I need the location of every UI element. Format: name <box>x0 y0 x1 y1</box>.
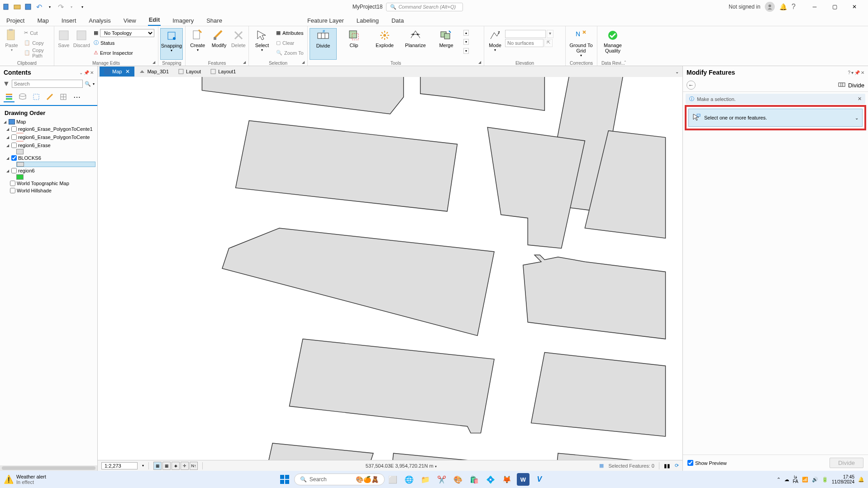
list-by-editing-icon[interactable] <box>44 91 55 102</box>
select-features-dropdown[interactable]: Select one or more features. ⌄ <box>688 109 863 127</box>
toc-map-root[interactable]: ◢ Map <box>2 118 95 125</box>
tab-labeling[interactable]: Labeling <box>356 15 380 26</box>
tab-imagery[interactable]: Imagery <box>172 15 195 26</box>
list-by-snapping-icon[interactable] <box>58 91 69 102</box>
error-inspector-button[interactable]: ⚠Error Inspector <box>92 48 156 57</box>
tab-data[interactable]: Data <box>391 15 405 26</box>
refresh-icon[interactable]: ⟳ <box>675 463 679 469</box>
app-icon[interactable]: V <box>533 473 546 486</box>
search-dropdown-icon[interactable]: ▾ <box>93 82 95 86</box>
expand-icon[interactable]: ◢ <box>4 120 7 124</box>
paste-button[interactable]: Paste ▾ <box>2 28 21 60</box>
edge-icon[interactable]: 🌐 <box>403 473 415 486</box>
back-button[interactable]: ← <box>687 81 696 90</box>
avatar[interactable] <box>765 2 775 12</box>
list-by-source-icon[interactable] <box>17 91 28 102</box>
elevation-mode-button[interactable]: z Mode ▾ <box>486 28 504 60</box>
taskbar-search[interactable]: 🔍 Search 🎨🍊🧸 <box>294 474 385 485</box>
snip-icon[interactable]: ✂️ <box>435 473 448 486</box>
view-tab-layout[interactable]: Layout <box>173 67 205 77</box>
constraint-icon-4[interactable]: ✛ <box>181 462 189 470</box>
notifications-icon[interactable]: 🔔 <box>779 3 787 10</box>
toc-layer[interactable]: ◢region6_Erase_PolygonToCente <box>2 134 95 141</box>
pause-drawing-icon[interactable]: ▮▮ <box>664 463 670 469</box>
cut-button[interactable]: ✂Cut <box>22 28 52 38</box>
list-by-drawing-icon[interactable] <box>4 91 14 102</box>
tab-edit[interactable]: Edit <box>148 14 161 26</box>
contents-menu-icon[interactable]: ⌄ <box>79 70 83 75</box>
modify-button[interactable]: Modify <box>209 28 229 60</box>
manage-quality-button[interactable]: Manage Quality <box>599 28 626 60</box>
paint-icon[interactable]: 🎨 <box>452 473 464 486</box>
toc-layer[interactable]: World Hillshade <box>2 187 95 194</box>
tab-project[interactable]: Project <box>5 15 25 26</box>
notifications-tray-icon[interactable]: 🔔 <box>858 477 864 483</box>
task-view-icon[interactable]: ⬜ <box>386 473 399 486</box>
tab-share[interactable]: Share <box>205 15 223 26</box>
view-tab-map3d[interactable]: Map_3D1 <box>134 67 173 77</box>
topology-dropdown[interactable]: ▦No Topology <box>92 28 156 38</box>
undo-icon[interactable]: ↶ <box>34 2 43 11</box>
merge-tool-button[interactable]: Merge <box>433 28 460 60</box>
layer-checkbox[interactable] <box>10 188 15 193</box>
volume-icon[interactable]: 🔊 <box>812 477 818 483</box>
toc-layer[interactable]: ◢region6_Erase_PolygonToCente1 <box>2 125 95 133</box>
redo-icon[interactable]: ↷ <box>56 2 65 11</box>
create-button[interactable]: Create ▾ <box>187 28 208 60</box>
elevation-get-z-button[interactable]: ⇱ <box>544 39 553 47</box>
battery-icon[interactable]: 🔋 <box>822 477 828 483</box>
minimize-button[interactable]: ─ <box>805 0 825 14</box>
clear-button[interactable]: ▢Clear <box>274 38 305 48</box>
map-canvas[interactable] <box>98 77 682 460</box>
elevation-surface-input[interactable] <box>505 39 544 47</box>
save-edits-button[interactable]: Save <box>56 28 72 60</box>
search-go-icon[interactable]: 🔍 <box>85 81 91 87</box>
contents-scrollbar[interactable] <box>2 466 95 470</box>
manage-edits-launcher[interactable]: ◢ <box>153 60 157 65</box>
signin-status[interactable]: Not signed in <box>729 4 760 10</box>
zoom-to-button[interactable]: 🔍Zoom To <box>274 48 305 57</box>
ribbon-collapse[interactable]: ⌃ <box>624 60 628 65</box>
contents-search-input[interactable] <box>12 80 83 88</box>
save-project-icon[interactable] <box>24 2 33 11</box>
constraint-icon-3[interactable]: ◈ <box>172 462 180 470</box>
undo-dropdown-icon[interactable]: ▾ <box>45 2 54 11</box>
delete-button[interactable]: Delete <box>230 28 247 60</box>
ground-to-grid-button[interactable]: N Ground To Grid ▾ <box>568 28 595 60</box>
qat-customize-icon[interactable]: ▾ <box>78 2 87 11</box>
layer-checkbox[interactable] <box>11 126 17 132</box>
layer-checkbox[interactable] <box>10 181 15 186</box>
tab-map[interactable]: Map <box>36 15 49 26</box>
tools-gallery-expand[interactable]: ▾ <box>463 48 469 54</box>
elevation-value-input[interactable] <box>505 30 546 38</box>
tools-launcher[interactable]: ◢ <box>478 60 483 65</box>
attributes-button[interactable]: ▦Attributes <box>274 28 305 38</box>
explorer-icon[interactable]: 📁 <box>419 473 432 486</box>
close-tab-icon[interactable]: ✕ <box>125 68 130 75</box>
modify-help-icon[interactable]: ? <box>848 70 850 75</box>
show-preview-checkbox[interactable]: Show Preview <box>687 460 727 466</box>
weather-widget[interactable]: ⚠️ Weather alert In effect <box>4 474 46 485</box>
start-button[interactable] <box>277 472 292 487</box>
copy-button[interactable]: 📋Copy <box>22 38 52 48</box>
tools-scroll-down[interactable]: ▾ <box>463 39 469 45</box>
scale-dropdown-icon[interactable]: ▾ <box>142 464 144 468</box>
clock[interactable]: 17:45 11/28/2024 <box>832 474 854 484</box>
redo-dropdown-icon[interactable]: ▾ <box>67 2 76 11</box>
tab-feature-layer[interactable]: Feature Layer <box>306 15 345 26</box>
contents-pin-icon[interactable]: 📌 <box>84 70 89 75</box>
modify-close-icon[interactable]: ✕ <box>861 70 864 75</box>
close-button[interactable]: ✕ <box>844 0 864 14</box>
toc-layer[interactable]: ◢BLOCKS6 <box>2 154 95 162</box>
tab-insert[interactable]: Insert <box>61 15 77 26</box>
word-icon[interactable]: W <box>517 473 529 486</box>
divide-apply-button[interactable]: Divide <box>830 458 863 468</box>
chevron-down-icon[interactable]: ⌄ <box>855 115 858 120</box>
tab-view[interactable]: View <box>123 15 137 26</box>
list-more-icon[interactable]: ⋯ <box>72 91 82 102</box>
constraint-icon-5[interactable]: N↑ <box>190 462 198 470</box>
firefox-icon[interactable]: 🦊 <box>501 473 513 486</box>
constraint-icon-1[interactable]: ▦ <box>153 462 162 470</box>
features-launcher[interactable]: ◢ <box>243 60 248 65</box>
banner-close-icon[interactable]: ✕ <box>858 96 862 102</box>
